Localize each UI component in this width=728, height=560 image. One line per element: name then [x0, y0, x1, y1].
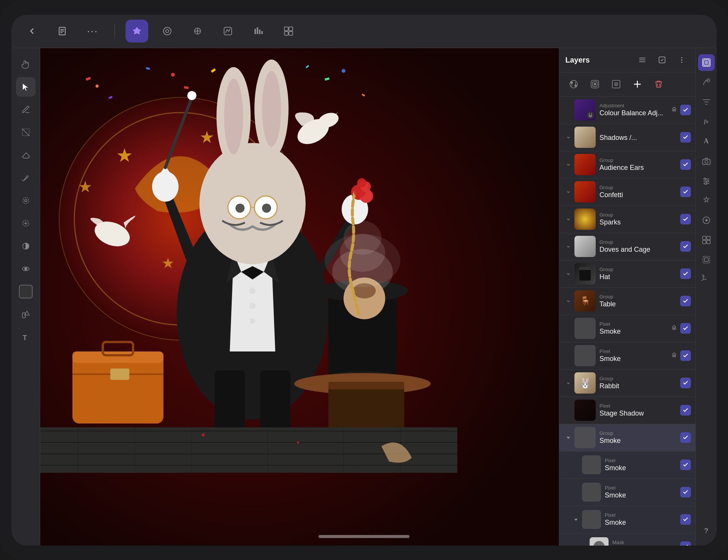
delete-layer-button[interactable] [650, 76, 667, 93]
document-button[interactable] [51, 20, 74, 42]
expand-btn[interactable] [564, 105, 573, 115]
history-icon-btn[interactable] [698, 271, 715, 288]
layer-visibility-checkbox[interactable] [680, 159, 691, 170]
expand-btn-smoke-group[interactable] [564, 433, 573, 442]
layers-list[interactable]: Adjustment Colour Balance Adj... [559, 97, 695, 546]
back-button[interactable] [20, 20, 43, 42]
layer-colour-balance[interactable]: Adjustment Colour Balance Adj... [559, 97, 695, 124]
layer-smoke-pixel-1[interactable]: Pixel Smoke [559, 315, 695, 342]
layer-hat[interactable]: Group Hat [559, 260, 695, 288]
svg-point-123 [574, 85, 577, 87]
effects-icon-btn[interactable]: fx [698, 113, 715, 130]
layer-rabbit[interactable]: 🐰 Group Rabbit [559, 370, 695, 397]
svg-point-44 [171, 73, 175, 77]
histogram-button[interactable] [247, 20, 270, 42]
layer-smoke-pixel-2[interactable]: Pixel Smoke [559, 342, 695, 370]
layer-visibility-checkbox[interactable] [680, 487, 691, 497]
svg-text:T: T [23, 334, 27, 342]
color-swatch[interactable] [16, 282, 36, 301]
grid-button[interactable] [277, 20, 300, 42]
expand-btn [571, 488, 581, 497]
layer-table[interactable]: 🪑 Group Table [559, 288, 695, 315]
redeye-tool[interactable] [16, 259, 36, 279]
adjustments-icon-btn[interactable] [698, 173, 715, 189]
canvas-area[interactable]: ★ ★ ★ ★ ★ ★ [40, 48, 559, 546]
svg-rect-10 [259, 30, 260, 34]
svg-point-17 [25, 199, 27, 202]
filters-icon-btn[interactable] [698, 94, 715, 110]
layer-confetti-1[interactable]: Group Confetti [559, 179, 695, 206]
layer-visibility-checkbox[interactable] [680, 132, 691, 143]
transform-icon-btn[interactable] [698, 251, 715, 268]
layer-shadows[interactable]: Shadows /... [559, 124, 695, 151]
expand-btn[interactable] [571, 515, 581, 524]
expand-btn[interactable] [564, 160, 573, 169]
paint-tool[interactable] [16, 100, 36, 119]
tone-button[interactable] [217, 20, 239, 42]
expand-btn[interactable] [564, 133, 573, 142]
brush-tool[interactable] [16, 168, 36, 188]
layer-smoke-child-1[interactable]: Pixel Smoke [559, 452, 695, 479]
shapes-tool[interactable] [16, 304, 36, 324]
layer-visibility-checkbox[interactable] [680, 405, 691, 416]
expand-btn[interactable] [564, 296, 573, 306]
canvas-background: ★ ★ ★ ★ ★ ★ [40, 48, 559, 546]
layer-visibility-checkbox[interactable] [680, 541, 691, 546]
add-layer-button[interactable] [629, 76, 646, 93]
text-style-icon-btn[interactable]: A [698, 133, 715, 150]
layer-visibility-checkbox[interactable] [680, 432, 691, 443]
expand-btn[interactable] [564, 242, 573, 251]
erase-tool[interactable] [16, 145, 36, 165]
layer-visibility-checkbox[interactable] [680, 323, 691, 334]
add-live-filter-button[interactable] [587, 76, 603, 93]
layer-sparks[interactable]: Group Sparks [559, 206, 695, 233]
layer-type: Group [599, 212, 680, 218]
layer-visibility-checkbox[interactable] [680, 241, 691, 252]
liquify-button[interactable] [156, 20, 179, 42]
layer-audience-ears[interactable]: Group Audience Ears [559, 151, 695, 179]
layer-visibility-checkbox[interactable] [680, 460, 691, 470]
clone-tool[interactable] [16, 191, 36, 210]
layer-smoke-group[interactable]: Group Smoke [559, 424, 695, 452]
develop-button[interactable] [186, 20, 209, 42]
svg-rect-14 [284, 31, 288, 35]
live-filters-icon-btn[interactable] [698, 192, 715, 209]
text-tool[interactable]: T [16, 327, 36, 347]
camera-icon-btn[interactable] [698, 153, 715, 169]
hand-tool[interactable] [16, 54, 36, 74]
layers-icon-btn[interactable] [698, 54, 715, 71]
layer-thumb [582, 483, 601, 502]
layer-mask-child[interactable]: Mask Mask [559, 533, 695, 546]
layer-visibility-checkbox[interactable] [680, 187, 691, 197]
brushes-icon-btn[interactable] [698, 74, 715, 91]
add-adjustment-button[interactable] [565, 76, 582, 93]
list-view-button[interactable] [635, 52, 650, 67]
layer-visibility-checkbox[interactable] [680, 296, 691, 306]
edit-button[interactable] [654, 52, 670, 67]
selection-brush-tool[interactable] [16, 213, 36, 233]
layer-visibility-checkbox[interactable] [680, 378, 691, 388]
layer-visibility-checkbox[interactable] [680, 105, 691, 115]
stock-icon-btn[interactable] [698, 232, 715, 248]
layer-doves-cage[interactable]: Group Doves and Cage [559, 233, 695, 260]
layer-visibility-checkbox[interactable] [680, 350, 691, 361]
add-mask-button[interactable] [608, 76, 624, 93]
more-button[interactable]: ··· [81, 20, 104, 42]
expand-btn[interactable] [564, 215, 573, 224]
layer-visibility-checkbox[interactable] [680, 214, 691, 224]
dodge-tool[interactable] [16, 236, 36, 256]
photo-persona-button[interactable] [126, 20, 148, 42]
expand-btn[interactable] [564, 378, 573, 387]
layer-visibility-checkbox[interactable] [680, 268, 691, 279]
layer-smoke-child-2[interactable]: Pixel Smoke [559, 479, 695, 506]
layer-visibility-checkbox[interactable] [680, 514, 691, 525]
layer-smoke-child-3[interactable]: Pixel Smoke [559, 506, 695, 533]
select-tool[interactable] [16, 77, 36, 97]
crop-tool[interactable] [16, 122, 36, 142]
layer-stage-shadow[interactable]: Pixel Stage Shadow [559, 397, 695, 424]
expand-btn[interactable] [564, 187, 573, 196]
expand-btn[interactable] [564, 269, 573, 278]
macros-icon-btn[interactable] [698, 212, 715, 229]
more-options-button[interactable] [674, 52, 689, 67]
help-icon-btn[interactable]: ? [698, 523, 715, 540]
